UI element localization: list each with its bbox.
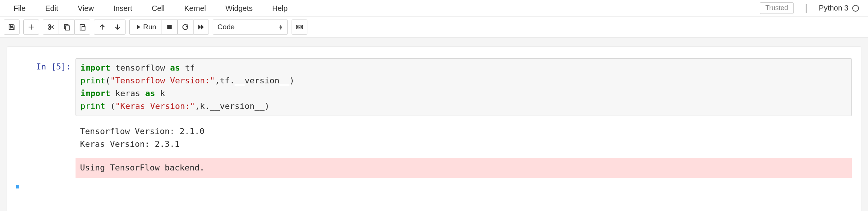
separator: | [805,2,808,14]
arrow-up-icon [98,23,106,31]
output-prompt-spacer [16,122,76,154]
notebook-background: In [5]: import tensorflow as tf print("T… [0,38,868,211]
interrupt-button[interactable] [162,20,177,35]
selected-next-cell-indicator[interactable] [16,185,852,188]
arrow-down-icon [114,23,121,31]
stderr-area: Using TensorFlow backend. [76,158,852,178]
trusted-button[interactable]: Trusted [760,2,794,14]
celltype-select[interactable]: Code ▲▼ [213,20,288,35]
kernel-name-text: Python 3 [819,4,848,12]
fast-forward-icon [197,23,205,31]
kernel-name-label[interactable]: Python 3 [819,4,859,12]
restart-button[interactable] [177,20,193,35]
restart-run-all-button[interactable] [193,20,209,35]
output-prompt-spacer [16,155,76,178]
run-group: Run [129,20,209,35]
menu-edit[interactable]: Edit [35,0,68,17]
stderr-text: Using TensorFlow backend. [80,161,847,174]
stop-icon [166,23,173,31]
insert-cell-button[interactable] [23,20,39,35]
run-icon [135,24,141,30]
menubar: File Edit View Insert Cell Kernel Widget… [0,0,868,17]
menu-file[interactable]: File [4,0,35,17]
code-input-area[interactable]: import tensorflow as tf print("Tensorflo… [76,58,852,116]
run-button[interactable]: Run [129,20,162,35]
menu-widgets[interactable]: Widgets [216,0,262,17]
celltype-value: Code [218,23,234,31]
menu-insert[interactable]: Insert [104,0,142,17]
save-button[interactable] [4,20,20,35]
clipboard-group [43,20,90,35]
move-group [94,20,126,35]
keyboard-icon [296,23,303,31]
svg-rect-8 [296,25,303,29]
stderr-cell: Using TensorFlow backend. [7,154,861,178]
code-cell[interactable]: In [5]: import tensorflow as tf print("T… [7,58,861,121]
scissors-icon [47,23,55,31]
stdout-cell: Tensorflow Version: 2.1.0 Keras Version:… [7,121,861,154]
copy-icon [63,23,71,31]
menu-kernel[interactable]: Kernel [174,0,216,17]
menu-help[interactable]: Help [262,0,297,17]
caret-updown-icon: ▲▼ [278,25,283,29]
menu-cell[interactable]: Cell [142,0,174,17]
restart-icon [181,23,189,31]
stdout-text: Tensorflow Version: 2.1.0 Keras Version:… [80,125,847,151]
copy-button[interactable] [59,20,74,35]
svg-rect-3 [65,26,69,30]
paste-icon [79,23,86,31]
kernel-idle-icon [852,5,859,12]
menu-view[interactable]: View [68,0,104,17]
code-text[interactable]: import tensorflow as tf print("Tensorflo… [80,62,847,113]
run-button-label: Run [143,23,156,31]
save-icon [8,23,15,31]
move-up-button[interactable] [94,20,110,35]
input-prompt: In [5]: [16,58,76,116]
stdout-area: Tensorflow Version: 2.1.0 Keras Version:… [76,122,852,154]
cut-button[interactable] [43,20,59,35]
command-palette-button[interactable] [292,20,307,35]
notebook-container: In [5]: import tensorflow as tf print("T… [7,47,861,211]
toolbar: Run Code ▲▼ [0,17,868,38]
svg-rect-5 [82,24,83,25]
plus-icon [27,23,35,31]
move-down-button[interactable] [110,20,126,35]
svg-rect-7 [168,25,172,29]
paste-button[interactable] [74,20,90,35]
svg-rect-6 [82,26,85,30]
